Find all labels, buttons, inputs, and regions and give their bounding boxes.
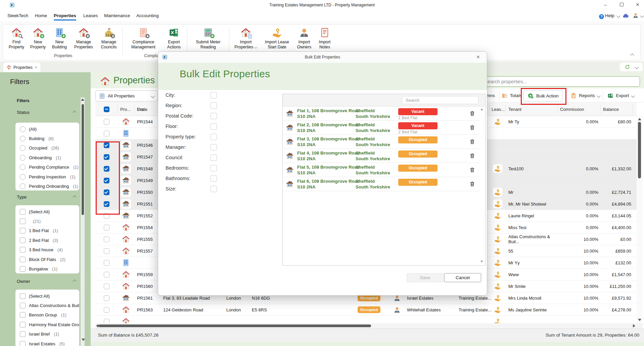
checkbox[interactable] xyxy=(20,257,26,262)
panel-scroll-down-icon[interactable] xyxy=(480,260,484,263)
owner-collapse-icon[interactable] xyxy=(73,279,76,283)
filter-owner-select-all[interactable]: (Select All) xyxy=(15,291,79,301)
manage-councils-button[interactable]: Manage Councils xyxy=(97,27,121,50)
row-checkbox[interactable] xyxy=(104,178,109,183)
panel-scroll-up-icon[interactable] xyxy=(480,108,484,111)
row-checkbox[interactable] xyxy=(104,213,109,219)
menu-properties[interactable]: Properties xyxy=(54,12,76,19)
bulk-action-button[interactable]: Bulk Action xyxy=(523,90,563,101)
user-profile-icon[interactable] xyxy=(633,12,639,18)
delete-icon[interactable] xyxy=(469,138,475,145)
menu-leases[interactable]: Leases xyxy=(83,12,98,19)
view-selector[interactable]: All Properties xyxy=(95,90,158,101)
checkbox[interactable] xyxy=(20,322,26,328)
filter-status-pending-inspection[interactable]: Pending Inspection(1) xyxy=(15,172,79,181)
checkbox[interactable] xyxy=(20,303,26,308)
row-checkbox[interactable] xyxy=(104,142,109,148)
type-collapse-icon[interactable] xyxy=(73,195,76,199)
sidebar-scrollbar-thumb[interactable] xyxy=(82,104,84,215)
checkbox[interactable] xyxy=(20,218,26,224)
find-property-button[interactable]: Find Property xyxy=(6,27,27,50)
import-lease-start-date-button[interactable]: Import Lease Start Date xyxy=(261,27,293,50)
radio[interactable] xyxy=(20,136,26,141)
new-property-button[interactable]: New Property xyxy=(27,27,49,50)
council-checkbox[interactable] xyxy=(211,155,217,161)
radio[interactable] xyxy=(20,126,26,132)
row-checkbox[interactable] xyxy=(104,189,109,195)
row-checkbox[interactable] xyxy=(104,272,109,277)
filter-status-pending-onboarding[interactable]: Pending Onboarding(1) xyxy=(15,181,79,190)
delete-icon[interactable] xyxy=(469,124,475,131)
totals-button[interactable]: Totals xyxy=(501,90,522,101)
header-tenant[interactable]: Tenant xyxy=(508,102,521,116)
checkbox[interactable] xyxy=(20,312,26,318)
filter-type-1bedflat[interactable]: 1 Bed Flat(1) xyxy=(15,226,79,235)
row-checkbox[interactable] xyxy=(104,319,109,323)
filter-owner-israel-brief[interactable]: Israel Brief(1) xyxy=(15,330,79,339)
row-checkbox[interactable] xyxy=(104,119,109,125)
dialog-search-input[interactable] xyxy=(402,96,478,104)
minimize-button[interactable] xyxy=(600,0,611,10)
dialog-property-row[interactable]: Flat 1, 108 Broomgrove Road S10 2NA Shef… xyxy=(283,106,480,121)
delete-icon[interactable] xyxy=(469,153,475,159)
tab-properties[interactable]: Properties xyxy=(3,62,40,72)
horizontal-scrollbar-thumb[interactable] xyxy=(98,325,371,327)
filter-type-blockofflats[interactable]: Block Of Flats(2) xyxy=(15,255,79,264)
export-actions-button[interactable]: Export Actions xyxy=(163,27,185,50)
filter-type-3bedhouse[interactable]: 3 Bed house(4) xyxy=(15,245,79,255)
help-icon[interactable] xyxy=(599,13,604,19)
menu-brand[interactable]: SleekTech xyxy=(7,12,28,19)
row-checkbox[interactable] xyxy=(104,225,109,230)
sidebar-scroll-down-icon[interactable] xyxy=(82,339,85,341)
row-checkbox[interactable] xyxy=(104,166,109,172)
header-code[interactable]: Code xyxy=(137,102,147,116)
row-checkbox[interactable] xyxy=(104,307,109,313)
table-row[interactable]: PR1563 124 Geldeston Road London E5 8RS … xyxy=(95,304,637,316)
checkbox[interactable] xyxy=(20,247,26,253)
radio[interactable] xyxy=(20,164,26,170)
import-owners-button[interactable]: Import Owners xyxy=(293,27,315,50)
section-type[interactable]: Type xyxy=(17,194,27,200)
radio[interactable] xyxy=(20,183,26,189)
refresh-control[interactable] xyxy=(620,63,643,71)
menu-accounting[interactable]: Accounting xyxy=(136,12,159,19)
vertical-scrollbar-thumb[interactable] xyxy=(638,122,641,178)
filter-type-select-all[interactable]: (Select All) xyxy=(15,207,79,216)
header-balance[interactable]: Balance xyxy=(603,102,619,116)
row-checkbox[interactable] xyxy=(104,260,109,266)
table-vertical-scrollbar[interactable] xyxy=(637,116,643,323)
reports-button[interactable]: Reports xyxy=(569,90,602,101)
submit-meter-reading-button[interactable]: Submit Meter Reading xyxy=(189,27,227,50)
filter-status-occupied[interactable]: Occupied(26) xyxy=(15,143,79,153)
import-notes-button[interactable]: Import Notes xyxy=(315,27,334,50)
delete-icon[interactable] xyxy=(469,167,475,173)
section-status[interactable]: Status xyxy=(17,110,30,115)
section-owner[interactable]: Owner xyxy=(17,279,30,284)
select-all-checkbox[interactable] xyxy=(104,106,109,112)
filter-status-pending-compliance[interactable]: Pending Compliance(1) xyxy=(15,163,79,172)
help-chevron-icon[interactable] xyxy=(616,14,620,17)
filter-type-blank[interactable]: (21) xyxy=(15,216,79,226)
dialog-property-row[interactable]: Flat 3, 108 Broomgrove Road S10 2NA Shef… xyxy=(283,135,480,149)
checkbox[interactable] xyxy=(20,341,26,346)
filter-owner-benson[interactable]: Benson Group(1) xyxy=(15,310,79,320)
delete-icon[interactable] xyxy=(469,181,475,187)
region-checkbox[interactable] xyxy=(211,102,217,109)
cancel-button[interactable]: Cancel xyxy=(444,273,481,282)
filter-owner-israel-estates[interactable]: Israel Estates(5) xyxy=(15,339,79,346)
postal-code-checkbox[interactable] xyxy=(211,113,217,119)
checkbox[interactable] xyxy=(20,293,26,299)
dialog-property-row[interactable]: Flat 2, 108 Broomgrove Road S10 2NA Shef… xyxy=(283,121,480,135)
row-checkbox[interactable] xyxy=(104,295,109,301)
export-button[interactable]: Export xyxy=(605,90,637,101)
header-commission[interactable]: Commission xyxy=(560,102,584,116)
row-checkbox[interactable] xyxy=(104,131,109,136)
menu-maintenance[interactable]: Maintenance xyxy=(104,12,130,19)
tab-close-icon[interactable] xyxy=(35,65,37,70)
help-label[interactable]: Help xyxy=(605,12,614,19)
floor-checkbox[interactable] xyxy=(211,123,217,130)
filter-owner-harmony[interactable]: Harmony Real Estate Group(13) xyxy=(15,320,79,329)
row-checkbox[interactable] xyxy=(104,201,109,207)
bathrooms-checkbox[interactable] xyxy=(211,175,217,182)
manage-properties-button[interactable]: Manage Properties xyxy=(70,27,97,50)
